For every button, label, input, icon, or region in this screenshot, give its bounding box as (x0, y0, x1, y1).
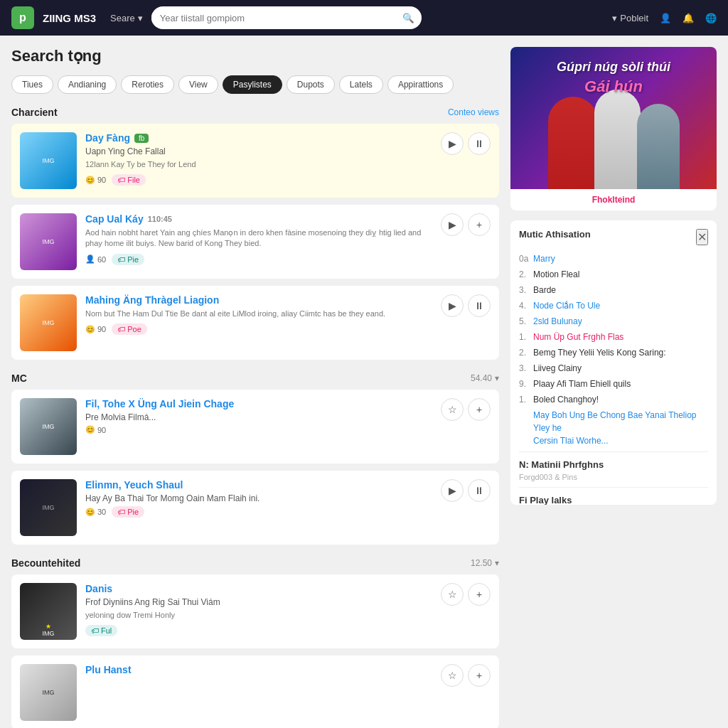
beco-item-2: IMG Plu Hanst ☆ + (11, 655, 499, 728)
score-badge-2: 👤 60 (85, 255, 106, 264)
chevron-down-icon: ▾ (495, 373, 499, 383)
card-content-mc-1: Fil, Tohe X Üng Aul Jiein Chage Pre Molv… (85, 398, 432, 434)
playlist-item-4[interactable]: 5. 2sld Bulunay (519, 314, 708, 329)
profile-menu[interactable]: ▾ Pobleit (612, 13, 648, 23)
section-mc-meta[interactable]: 54.40 ▾ (471, 373, 499, 383)
pause-button-mc-2[interactable]: ⏸ (468, 479, 491, 502)
pause-button-3[interactable]: ⏸ (468, 294, 491, 317)
playlist-panel: Mutic Athisation ✕ 0a Marry 2. Motion Fl… (510, 220, 717, 505)
add-button-2[interactable]: + (468, 213, 491, 236)
play-button-3[interactable]: ▶ (441, 294, 464, 317)
title-badge-1: fb (134, 134, 149, 143)
playlist-item-6[interactable]: 2. Bemg They Yelii Yelis Kong Saring: (519, 345, 708, 360)
add-button-beco-2[interactable]: + (468, 664, 491, 687)
add-button-beco-1[interactable]: + (468, 583, 491, 606)
left-panel: Search tọng Tiues Andianing Reroties Vie… (11, 47, 499, 728)
right-panel: Gúpri núg sòli thúi Gái hún Fhoklteind M… (510, 47, 717, 728)
content-views-link[interactable]: Conteo views (448, 107, 499, 117)
score-badge-mc-2: 😊 30 (85, 508, 106, 517)
bell-icon[interactable]: 🔔 (682, 13, 694, 23)
playlist-item-2[interactable]: 3. Barde (519, 282, 708, 298)
card-content-beco-2: Plu Hanst (85, 664, 432, 678)
tag-icon: 🏷 (117, 176, 125, 184)
playlist-item-9[interactable]: 1. Boled Changhoy! (519, 392, 708, 407)
star-button-beco-1[interactable]: ☆ (441, 583, 464, 606)
search-button[interactable]: 🔍 (395, 13, 422, 23)
tab-andianing[interactable]: Andianing (58, 75, 117, 94)
smile-icon: 👤 (85, 255, 95, 264)
search-dropdown[interactable]: Seare ▾ (110, 13, 143, 23)
charcient-item-3: IMG Mahing Äng Thràgel Liagion Nom but T… (11, 286, 499, 360)
thumbnail-2: IMG (20, 213, 77, 270)
card-subtitle-mc-1: Pre Molvia Filmá... (85, 412, 432, 422)
card-description-beco-1: yeloning dow Tremi Honly (85, 610, 432, 621)
card-subtitle-beco-1: Frof Diyniins Ang Rig Sai Thui Viám (85, 597, 432, 607)
play-button-1[interactable]: ▶ (441, 132, 464, 155)
star-button-beco-2[interactable]: ☆ (441, 664, 464, 687)
playlist-section3-title: Fi Play lalks (519, 495, 708, 505)
chevron-down-icon: ▾ (138, 13, 143, 23)
app-logo: p (11, 6, 34, 29)
search-bar: 🔍 (151, 6, 422, 29)
tab-view[interactable]: View (178, 75, 218, 94)
beco-item-1: ★ IMG Danis Frof Diyniins Ang Rig Sai Th… (11, 574, 499, 648)
sublink-0[interactable]: May Boh Ung Be Chong Bae Yanai Theliop (533, 410, 708, 420)
add-button-mc-1[interactable]: + (468, 398, 491, 421)
tab-latels[interactable]: Latels (339, 75, 383, 94)
tab-reroties[interactable]: Reroties (121, 75, 174, 94)
playlist-close-button[interactable]: ✕ (696, 229, 708, 245)
card-title-3: Mahing Äng Thràgel Liagion (85, 294, 432, 306)
play-button-mc-2[interactable]: ▶ (441, 479, 464, 502)
header-right: ▾ Pobleit 👤 🔔 🌐 (612, 13, 717, 23)
playlist-sublinks: May Boh Ung Be Chong Bae Yanai Theliop Y… (519, 410, 708, 446)
app-title: ZIING MS3 (43, 12, 96, 24)
playlist-title: Mutic Athisation (519, 229, 591, 240)
thumbnail-1: IMG (20, 132, 77, 189)
tab-appirattions[interactable]: Appirattions (387, 75, 454, 94)
sublink-1[interactable]: Yley he (533, 423, 708, 433)
section-mc-title: MC (11, 373, 27, 384)
thumbnail-beco-1: ★ IMG (20, 583, 77, 640)
tag-badge-beco-1: 🏷 Ful (85, 625, 117, 636)
section-charcient: Charcient Conteo views IMG Day Fàng fb U… (11, 107, 499, 360)
tab-pasylistes[interactable]: Pasylistes (223, 75, 282, 94)
card-subtitle-mc-2: Hay Ay Ba Thai Tor Momg Oain Mam Flaih i… (85, 493, 432, 503)
play-button-2[interactable]: ▶ (441, 213, 464, 236)
tag-badge-mc-2: 🏷 Pie (112, 506, 144, 518)
tag-icon: 🏷 (117, 255, 125, 264)
user-icon[interactable]: 👤 (660, 13, 671, 23)
tag-icon: 🏷 (117, 508, 125, 516)
section-charcient-header: Charcient Conteo views (11, 107, 499, 118)
banner-label: Fhoklteind (510, 189, 717, 210)
card-description-3: Nom but The Ham Dul Ttie Be dant al eite… (85, 309, 432, 319)
playlist-item-8[interactable]: 9. Plaay Afi Tlam Ehiell quils (519, 376, 708, 392)
section-beco-meta[interactable]: 12.50 ▾ (471, 558, 499, 568)
card-title-1: Day Fàng fb (85, 132, 432, 144)
score-badge-1: 😊 90 (85, 176, 106, 185)
playlist-item-0[interactable]: 0a Marry (519, 251, 708, 267)
filter-tabs: Tiues Andianing Reroties View Pasylistes… (11, 75, 499, 94)
smile-icon: 😊 (85, 176, 95, 185)
score-badge-3: 😊 90 (85, 325, 106, 334)
card-description-1: 12lann Kay Ty be They for Lend (85, 159, 432, 170)
header: p ZIING MS3 Seare ▾ 🔍 ▾ Pobleit 👤 🔔 🌐 (0, 0, 728, 36)
sublink-2[interactable]: Cersin Tlai Worhe... (533, 436, 708, 446)
tab-dupots[interactable]: Dupots (287, 75, 335, 94)
playlist-item-5[interactable]: 1. Num Üp Gut Frghh Flas (519, 329, 708, 345)
card-actions-mc-2: ▶ ⏸ (441, 479, 491, 502)
pause-button-1[interactable]: ⏸ (468, 132, 491, 155)
playlist-item-1[interactable]: 2. Motion Fleal (519, 267, 708, 282)
star-button-mc-1[interactable]: ☆ (441, 398, 464, 421)
card-meta-mc-2: 😊 30 🏷 Pie (85, 506, 432, 518)
card-content-2: Cap Ual Káy 110:45 Aod hain nobht haret … (85, 213, 432, 265)
search-input[interactable] (151, 13, 395, 23)
playlist-item-7[interactable]: 3. Liiveg Clainy (519, 360, 708, 376)
thumbnail-mc-2: IMG (20, 479, 77, 536)
tab-tiues[interactable]: Tiues (11, 75, 53, 94)
card-actions-mc-1: ☆ + (441, 398, 491, 421)
globe-icon[interactable]: 🌐 (705, 13, 717, 23)
tag-icon: 🏷 (117, 325, 125, 333)
section-mc: MC 54.40 ▾ IMG Fil, Tohe X Üng Aul Jiein… (11, 373, 499, 545)
smile-icon: 😊 (85, 425, 95, 434)
playlist-item-3[interactable]: 4. Node Clắn To Ule (519, 298, 708, 314)
